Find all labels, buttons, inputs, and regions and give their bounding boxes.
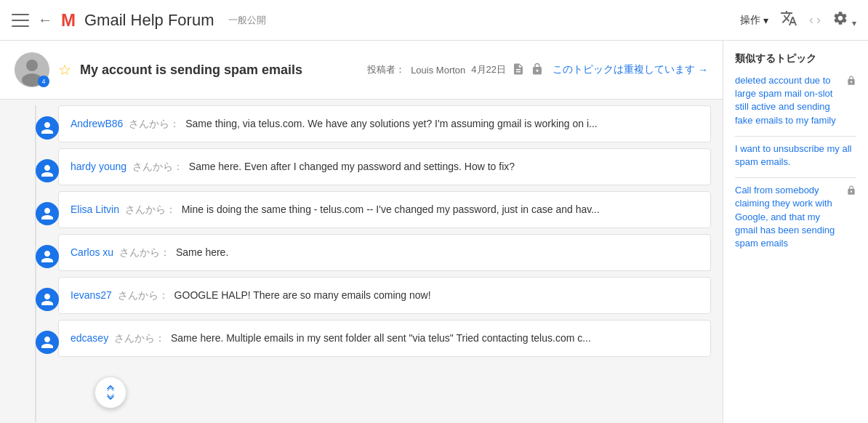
message-content: AndrewB86 さんから： Same thing, via telus.co… [71, 116, 699, 132]
message-text: Same here. Multiple emails in my sent fo… [171, 332, 591, 344]
top-bar: ← M Gmail Help Forum 一般公開 操作 ▾ ‹ › ▾ [0, 0, 868, 41]
message-content: Carlos xu さんから： Same here. [71, 245, 699, 260]
message-content: Elisa Litvin さんから： Mine is doing the sam… [71, 202, 699, 217]
message-avatar [36, 288, 59, 311]
message-item: edcasey さんから： Same here. Multiple emails… [58, 320, 711, 357]
message-item: Carlos xu さんから： Same here. [58, 234, 711, 271]
right-sidebar: 類似するトピック deleted account due to large sp… [723, 41, 868, 423]
sidebar-divider [735, 136, 856, 137]
messages-list: AndrewB86 さんから： Same thing, via telus.co… [0, 105, 723, 422]
lock-icon [846, 185, 856, 196]
message-avatar [36, 202, 59, 225]
topic-author-prefix: 投稿者： [367, 63, 405, 76]
message-author: Elisa Litvin [71, 204, 119, 215]
message-author: AndrewB86 [71, 118, 123, 129]
message-text: Same here. [176, 246, 228, 258]
sidebar-topic-3[interactable]: Call from somebody claiming they work wi… [735, 184, 856, 250]
top-bar-left: ← M Gmail Help Forum 一般公開 [12, 10, 731, 31]
message-content: Ievans27 さんから： GOOGLE HALP! There are so… [71, 288, 699, 303]
topic-author-avatar-container: 4 [15, 52, 49, 87]
content-area: 4 ☆ My account is sending spam emails 投稿… [0, 41, 868, 423]
sidebar-divider [735, 177, 856, 178]
translate-button[interactable] [780, 9, 797, 31]
message-author: Carlos xu [71, 246, 113, 258]
message-avatar [36, 331, 59, 354]
message-item: Ievans27 さんから： GOOGLE HALP! There are so… [58, 277, 711, 314]
message-text: Same thing, via telus.com. We have any s… [185, 118, 598, 129]
duplicate-link[interactable]: このトピックは重複しています → [552, 63, 708, 76]
sidebar-topic-text: I want to unsubscribe my all spam emails… [735, 142, 856, 169]
lock-icon [846, 76, 856, 86]
message-content: edcasey さんから： Same here. Multiple emails… [71, 331, 699, 346]
message-item: hardy young さんから： Same here. Even after … [58, 148, 711, 185]
message-avatar [36, 116, 59, 140]
topic-icon-doc [512, 63, 525, 78]
back-button[interactable]: ← [38, 12, 52, 28]
message-text: Mine is doing the same thing - telus.com… [182, 204, 600, 215]
gmail-logo: M [61, 10, 76, 31]
message-author: hardy young [71, 161, 126, 172]
message-text: GOOGLE HALP! There are so many emails co… [174, 289, 431, 301]
topic-title: My account is sending spam emails [80, 63, 358, 78]
topic-icon-lock [531, 63, 544, 78]
message-text: Same here. Even after I changed my passw… [189, 161, 515, 172]
forum-title: Gmail Help Forum [84, 11, 214, 30]
svg-point-1 [26, 60, 38, 71]
topic-author: Louis Morton [411, 65, 465, 76]
public-badge: 一般公開 [228, 14, 266, 27]
action-button[interactable]: 操作 ▾ [740, 14, 768, 27]
topic-meta: 投稿者： Louis Morton 4月22日 [367, 63, 544, 78]
hamburger-menu[interactable] [12, 12, 29, 29]
avatar-badge: 4 [38, 76, 49, 87]
sidebar-title: 類似するトピック [735, 52, 856, 65]
top-bar-right: 操作 ▾ ‹ › ▾ [740, 9, 856, 31]
message-avatar [36, 159, 59, 182]
main-panel: 4 ☆ My account is sending spam emails 投稿… [0, 41, 723, 423]
topic-date: 4月22日 [471, 63, 506, 76]
sidebar-topic-text: Call from somebody claiming they work wi… [735, 184, 842, 250]
message-item: Elisa Litvin さんから： Mine is doing the sam… [58, 191, 711, 228]
nav-next[interactable]: › [816, 12, 821, 28]
sidebar-topic-1[interactable]: deleted account due to large spam mail o… [735, 74, 856, 127]
topic-header: 4 ☆ My account is sending spam emails 投稿… [0, 41, 723, 100]
message-avatar [36, 245, 59, 268]
scroll-fab[interactable] [95, 376, 126, 408]
nav-arrows: ‹ › [809, 12, 821, 28]
message-author: edcasey [71, 332, 108, 344]
settings-button[interactable]: ▾ [832, 10, 856, 30]
message-item: AndrewB86 さんから： Same thing, via telus.co… [58, 105, 711, 142]
sidebar-topic-text: deleted account due to large spam mail o… [735, 74, 842, 127]
nav-prev[interactable]: ‹ [809, 12, 813, 28]
star-button[interactable]: ☆ [58, 61, 71, 78]
scroll-arrows [103, 380, 118, 405]
message-author: Ievans27 [71, 289, 112, 301]
sidebar-topic-2[interactable]: I want to unsubscribe my all spam emails… [735, 142, 856, 169]
message-content: hardy young さんから： Same here. Even after … [71, 159, 699, 174]
